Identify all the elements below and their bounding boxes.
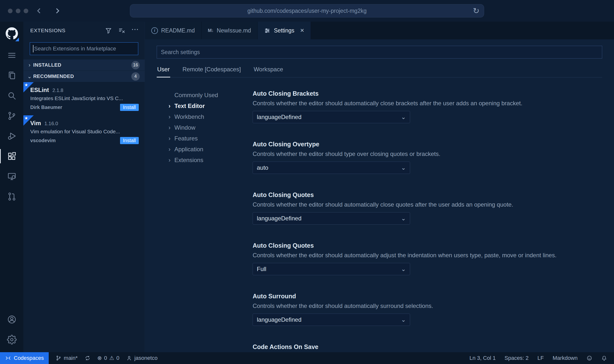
remote-explorer-button[interactable] <box>0 166 23 186</box>
settings-toc: Commonly Used › Text Editor › Workbench … <box>157 90 253 352</box>
problems-indicator[interactable]: ⊗ 0 ⚠ 0 <box>97 355 120 361</box>
bell-icon[interactable] <box>601 355 607 361</box>
window-control-close[interactable] <box>8 9 13 13</box>
account-icon <box>7 315 17 324</box>
browser-url-bar[interactable]: github.com/codespaces/user-my-project-mg… <box>130 4 484 17</box>
tab-label: NewIssue.md <box>217 27 251 34</box>
toc-item-workbench[interactable]: › Workbench <box>167 111 253 122</box>
filter-icon[interactable] <box>105 27 112 34</box>
browser-chrome: github.com/codespaces/user-my-project-mg… <box>0 0 614 22</box>
toc-item-commonly-used[interactable]: Commonly Used <box>167 90 253 101</box>
clear-search-icon[interactable] <box>118 27 125 34</box>
settings-search-input[interactable] <box>161 49 598 56</box>
scope-tab-user[interactable]: User <box>157 66 170 77</box>
tab-label: README.md <box>161 27 195 34</box>
toc-label: Extensions <box>174 157 203 164</box>
section-recommended[interactable]: ⌄ RECOMMENDED 4 <box>23 71 145 82</box>
feedback-icon[interactable] <box>586 355 592 361</box>
install-button[interactable]: Install <box>120 104 139 111</box>
extension-header: Vim 1.16.0 <box>30 120 139 127</box>
window-controls <box>0 9 28 13</box>
indentation[interactable]: Spaces: 2 <box>505 355 529 361</box>
scope-tab-workspace[interactable]: Workspace <box>253 66 284 77</box>
url-text: github.com/codespaces/user-my-project-mg… <box>247 8 367 14</box>
selected-value: languageDefined <box>257 215 302 222</box>
pull-requests-button[interactable] <box>0 186 23 207</box>
toc-item-features[interactable]: › Features <box>167 133 253 144</box>
chevron-right-icon: › <box>167 135 172 142</box>
setting-title: Auto Closing Overtype <box>253 140 602 148</box>
setting-value-dropdown[interactable]: Full ⌄ <box>253 263 410 275</box>
toc-item-extensions[interactable]: › Extensions <box>167 155 253 166</box>
sidebar-actions: ⋯ <box>105 26 139 35</box>
star-icon: ★ <box>24 116 28 121</box>
extensions-search-input[interactable] <box>34 46 135 52</box>
language-mode[interactable]: Markdown <box>553 355 578 361</box>
extension-version: 1.16.0 <box>45 121 58 126</box>
search-button[interactable] <box>0 86 23 106</box>
account-indicator[interactable]: jasonetco <box>126 355 157 361</box>
install-button[interactable]: Install <box>120 137 139 144</box>
selected-value: auto <box>257 164 268 171</box>
source-control-button[interactable] <box>0 106 23 126</box>
setting-value-dropdown[interactable]: languageDefined ⌄ <box>253 314 410 326</box>
tab-newissue[interactable]: M↓ NewIssue.md <box>201 22 258 39</box>
extension-list-item-eslint[interactable]: ★ ESLint 2.1.8 Integrates ESLint JavaScr… <box>23 82 145 115</box>
text-cursor <box>33 45 33 52</box>
scope-tab-remote[interactable]: Remote [Codespaces] <box>182 66 241 77</box>
toc-item-window[interactable]: › Window <box>167 122 253 133</box>
sync-button[interactable] <box>85 355 91 361</box>
setting-auto-surround: Auto Surround Controls whether the edito… <box>253 292 602 326</box>
codespaces-status-button[interactable]: Codespaces <box>0 352 49 364</box>
sync-icon <box>85 355 91 361</box>
tab-label: Settings <box>274 27 294 34</box>
chevron-down-icon: ⌄ <box>26 73 33 80</box>
extension-list-item-vim[interactable]: ★ Vim 1.16.0 Vim emulation for Visual St… <box>23 115 145 149</box>
section-installed[interactable]: › INSTALLED 16 <box>23 60 145 71</box>
explorer-button[interactable] <box>0 65 23 86</box>
codespaces-label: Codespaces <box>14 355 44 361</box>
window-control-maximize[interactable] <box>24 9 28 13</box>
extension-header: ESLint 2.1.8 <box>30 87 139 93</box>
settings-search-box[interactable] <box>157 46 602 59</box>
account-button[interactable] <box>0 309 23 330</box>
branch-indicator[interactable]: main* <box>56 355 77 361</box>
menu-button[interactable] <box>0 45 23 65</box>
more-actions-icon[interactable]: ⋯ <box>131 26 139 35</box>
browser-forward-button[interactable] <box>50 3 65 18</box>
chevron-right-icon: › <box>26 62 33 68</box>
extension-description: Vim emulation for Visual Studio Code... <box>30 129 139 135</box>
extensions-button[interactable] <box>0 146 23 166</box>
setting-title: Auto Closing Brackets <box>253 90 602 97</box>
extension-publisher: Dirk Baeumer <box>30 105 62 110</box>
tab-settings[interactable]: Settings ✕ <box>258 22 311 39</box>
setting-value-dropdown[interactable]: languageDefined ⌄ <box>253 111 410 123</box>
close-icon[interactable]: ✕ <box>300 28 305 33</box>
username: jasonetco <box>134 355 157 361</box>
cursor-position[interactable]: Ln 3, Col 1 <box>470 355 496 361</box>
run-debug-button[interactable] <box>0 126 23 146</box>
browser-back-button[interactable] <box>32 3 46 18</box>
toc-item-application[interactable]: › Application <box>167 144 253 155</box>
setting-value-dropdown[interactable]: auto ⌄ <box>253 162 410 174</box>
github-codespaces-logo <box>0 22 23 45</box>
toc-label: Commonly Used <box>174 92 218 99</box>
chevron-down-icon: ⌄ <box>401 266 406 272</box>
setting-code-actions-on-save: Code Actions On Save <box>253 343 602 350</box>
refresh-icon[interactable]: ↻ <box>473 7 479 15</box>
extensions-icon <box>7 151 17 161</box>
extension-version: 2.1.8 <box>52 88 63 93</box>
toc-item-text-editor[interactable]: › Text Editor <box>167 101 253 111</box>
window-control-minimize[interactable] <box>16 9 20 13</box>
chevron-right-icon: › <box>167 114 172 120</box>
eol-type[interactable]: LF <box>537 355 544 361</box>
branch-name: main* <box>64 355 77 361</box>
setting-description: Controls whether the editor should autom… <box>253 201 602 208</box>
remote-explorer-icon <box>7 171 17 181</box>
extensions-search-box[interactable] <box>30 42 138 55</box>
chevron-down-icon: ⌄ <box>401 317 406 323</box>
tab-readme[interactable]: i README.md <box>145 22 201 39</box>
search-icon <box>7 91 17 101</box>
setting-value-dropdown[interactable]: languageDefined ⌄ <box>253 212 410 225</box>
settings-gear-button[interactable] <box>0 330 23 350</box>
